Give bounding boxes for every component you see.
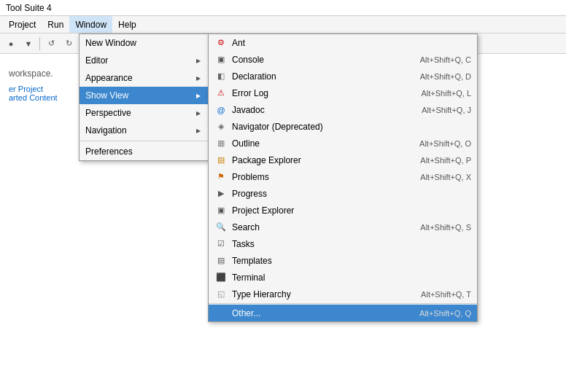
error-log-icon: ⚠ — [214, 87, 228, 100]
templates-icon: ▤ — [214, 254, 228, 267]
sv-shortcut-declaration: Alt+Shift+Q, D — [420, 72, 471, 81]
sv-label-javadoc: Javadoc — [232, 105, 416, 115]
toolbar-btn-3[interactable]: ↺ — [43, 36, 59, 52]
sv-item-package-explorer[interactable]: ▤ Package Explorer Alt+Shift+Q, P — [209, 152, 477, 168]
sv-item-error-log[interactable]: ⚠ Error Log Alt+Shift+Q, L — [209, 85, 477, 101]
title-bar: Tool Suite 4 — [0, 0, 566, 16]
sv-item-outline[interactable]: ▦ Outline Alt+Shift+Q, O — [209, 135, 477, 152]
perspective-label: Perspective — [85, 108, 131, 118]
sv-shortcut-error-log: Alt+Shift+Q, L — [422, 89, 471, 98]
workspace-label: workspace. — [9, 68, 53, 79]
sv-item-type-hierarchy[interactable]: ◱ Type Hierarchy Alt+Shift+Q, T — [209, 286, 477, 302]
sv-shortcut-package-explorer: Alt+Shift+Q, P — [420, 156, 471, 165]
show-view-arrow: ▶ — [196, 93, 201, 99]
project-explorer-icon: ▣ — [214, 204, 228, 217]
sv-item-javadoc[interactable]: @ Javadoc Alt+Shift+Q, J — [209, 101, 477, 118]
new-window-label: New Window — [85, 38, 136, 48]
terminal-icon: ⬛ — [214, 271, 228, 284]
sv-label-type-hierarchy: Type Hierarchy — [232, 289, 415, 299]
sv-label-project-explorer: Project Explorer — [232, 205, 465, 216]
declaration-icon: ◧ — [214, 70, 228, 83]
sv-label-console: Console — [232, 55, 414, 65]
sv-item-progress[interactable]: ▶ Progress — [209, 185, 477, 202]
show-view-menu[interactable]: ⚙ Ant ▣ Console Alt+Shift+Q, C ◧ Declara… — [208, 34, 478, 322]
search-icon: 🔍 — [214, 221, 228, 234]
sv-item-tasks[interactable]: ☑ Tasks — [209, 235, 477, 252]
perspective-arrow: ▶ — [196, 110, 201, 117]
sv-shortcut-problems: Alt+Shift+Q, X — [420, 173, 471, 181]
sv-item-project-explorer[interactable]: ▣ Project Explorer — [209, 202, 477, 219]
sv-label-search: Search — [232, 222, 414, 232]
sv-item-search[interactable]: 🔍 Search Alt+Shift+Q, S — [209, 219, 477, 235]
navigation-arrow: ▶ — [196, 128, 201, 134]
window-menu-preferences[interactable]: Preferences — [80, 143, 209, 160]
toolbar-btn-4[interactable]: ↻ — [61, 36, 77, 52]
sv-label-declaration: Declaration — [232, 71, 414, 82]
tasks-icon: ☑ — [214, 238, 228, 251]
progress-icon: ▶ — [214, 187, 228, 200]
problems-icon: ⚑ — [214, 170, 228, 184]
window-menu-show-view[interactable]: Show View ▶ — [80, 87, 209, 104]
toolbar-btn-1[interactable]: ● — [3, 36, 19, 52]
toolbar-separator-1 — [39, 37, 40, 50]
show-view-label: Show View — [85, 90, 128, 101]
window-menu-appearance[interactable]: Appearance ▶ — [80, 69, 209, 87]
sv-label-terminal: Terminal — [232, 273, 465, 283]
menu-run[interactable]: Run — [42, 16, 69, 33]
sv-shortcut-outline: Alt+Shift+Q, O — [419, 139, 471, 148]
sv-label-ant: Ant — [232, 38, 465, 48]
package-explorer-icon: ▤ — [214, 154, 228, 167]
type-hierarchy-icon: ◱ — [214, 288, 228, 301]
sv-item-templates[interactable]: ▤ Templates — [209, 252, 477, 269]
javadoc-icon: @ — [214, 103, 228, 117]
sv-label-error-log: Error Log — [232, 88, 416, 98]
sv-item-console[interactable]: ▣ Console Alt+Shift+Q, C — [209, 51, 477, 68]
sv-label-progress: Progress — [232, 189, 465, 199]
sv-label-templates: Templates — [232, 256, 465, 266]
sv-label-navigator: Navigator (Deprecated) — [232, 122, 465, 132]
appearance-label: Appearance — [85, 73, 133, 83]
sv-label-problems: Problems — [232, 172, 414, 182]
sv-shortcut-javadoc: Alt+Shift+Q, J — [422, 106, 471, 114]
console-icon: ▣ — [214, 53, 228, 66]
sv-item-problems[interactable]: ⚑ Problems Alt+Shift+Q, X — [209, 168, 477, 185]
app-title: Tool Suite 4 — [6, 3, 52, 13]
sv-label-tasks: Tasks — [232, 239, 465, 249]
sv-shortcut-console: Alt+Shift+Q, C — [420, 55, 471, 64]
sv-separator — [209, 303, 477, 304]
outline-icon: ▦ — [214, 137, 228, 150]
sv-shortcut-other: Alt+Shift+Q, Q — [419, 309, 471, 318]
window-menu[interactable]: New Window Editor ▶ Appearance ▶ Show Vi… — [79, 34, 210, 161]
sv-item-declaration[interactable]: ◧ Declaration Alt+Shift+Q, D — [209, 68, 477, 85]
window-menu-new-window[interactable]: New Window — [80, 34, 209, 52]
editor-label: Editor — [85, 55, 108, 66]
window-menu-editor[interactable]: Editor ▶ — [80, 52, 209, 69]
navigator-icon: ◈ — [214, 120, 228, 133]
preferences-label: Preferences — [85, 146, 133, 157]
menu-help[interactable]: Help — [112, 16, 142, 33]
toolbar-btn-2[interactable]: ▼ — [20, 36, 36, 52]
navigation-label: Navigation — [85, 125, 127, 136]
menu-project[interactable]: Project — [3, 16, 42, 33]
other-icon — [214, 307, 228, 320]
sv-shortcut-type-hierarchy: Alt+Shift+Q, T — [421, 290, 471, 299]
sv-item-other[interactable]: Other... Alt+Shift+Q, Q — [209, 305, 477, 321]
menu-window[interactable]: Window — [69, 16, 112, 33]
sv-label-other: Other... — [232, 308, 414, 318]
menu-bar: Project Run Window Help — [0, 16, 566, 34]
sv-label-outline: Outline — [232, 138, 414, 149]
window-menu-perspective[interactable]: Perspective ▶ — [80, 104, 209, 122]
window-menu-separator — [80, 141, 209, 141]
ant-icon: ⚙ — [214, 36, 228, 50]
editor-arrow: ▶ — [196, 58, 201, 64]
window-menu-navigation[interactable]: Navigation ▶ — [80, 122, 209, 139]
sv-shortcut-search: Alt+Shift+Q, S — [420, 223, 471, 232]
sv-label-package-explorer: Package Explorer — [232, 155, 414, 165]
sv-item-navigator[interactable]: ◈ Navigator (Deprecated) — [209, 118, 477, 135]
appearance-arrow: ▶ — [196, 75, 201, 82]
sv-item-ant[interactable]: ⚙ Ant — [209, 34, 477, 51]
sv-item-terminal[interactable]: ⬛ Terminal — [209, 269, 477, 286]
